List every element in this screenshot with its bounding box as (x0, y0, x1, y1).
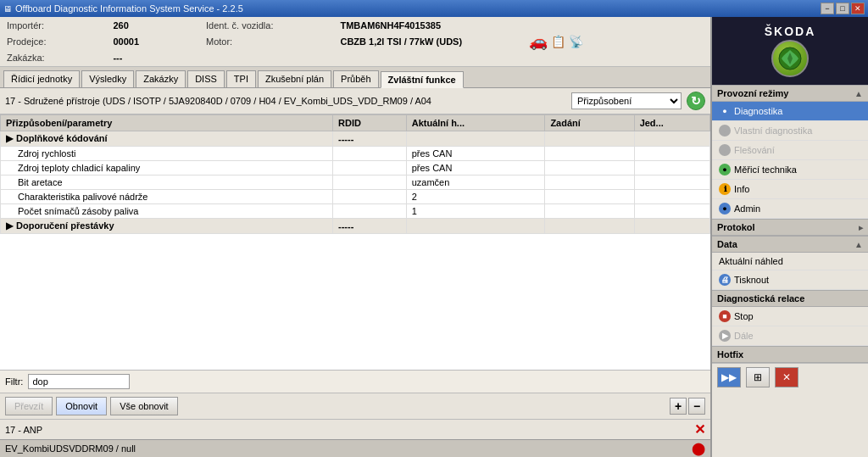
obnovit-button[interactable]: Obnovit (56, 397, 107, 415)
row-name: Zdroj rychlosti (1, 147, 333, 161)
diagnosticka-relace-header: Diagnostická relace (712, 290, 868, 307)
stop-label: Stop (734, 311, 754, 321)
refresh-button[interactable]: ↻ (687, 92, 705, 110)
module-close-icon[interactable]: ✕ (694, 421, 705, 437)
module-info-label: 17 - ANP (5, 425, 42, 435)
stop-item[interactable]: ■ Stop (712, 307, 868, 326)
tisknout-icon: 🖨 (719, 274, 731, 286)
table-header-cell: Přizpůsobení/parametry (1, 115, 333, 131)
row-rdid: ----- (333, 131, 407, 147)
provozni-rezimy-header: Provozní režimy ▲ (712, 85, 868, 102)
row-zadani (545, 190, 634, 204)
filter-bar: Filtr: (0, 370, 710, 393)
row-name: Charakteristika palivové nádrže (1, 190, 333, 204)
maximize-button[interactable]: □ (836, 3, 849, 14)
row-jednotky (634, 219, 709, 234)
data-arrow: ▲ (854, 240, 863, 249)
row-rdid (333, 204, 407, 219)
importer-value: 260 (113, 20, 192, 31)
item-label-diagnostika: Diagnostika (734, 106, 782, 116)
plus-button[interactable]: + (670, 398, 687, 415)
app-title: Offboard Diagnostic Information System S… (15, 3, 243, 14)
filter-label: Filtr: (5, 376, 23, 387)
table-row[interactable]: Bit aretace uzamčen (1, 176, 710, 190)
provozni-item-merici[interactable]: ● Měřicí technika (712, 160, 868, 180)
provozni-rezimy-items: ● Diagnostika ● Vlastní diagnostika ● Fl… (712, 102, 868, 219)
table-row[interactable]: Počet snímačů zásoby paliva 1 (1, 204, 710, 219)
order-label: Zakázka: (7, 53, 99, 63)
tab-tpi[interactable]: TPI (226, 70, 256, 87)
aktualni-nahled-item[interactable]: Aktuální náhled (712, 253, 868, 270)
item-label-flesovani: Flešování (734, 145, 775, 155)
close-button[interactable]: ✕ (851, 3, 865, 14)
table-header-cell: Zadání (545, 115, 634, 131)
tab-vysledky[interactable]: Výsledky (81, 70, 134, 87)
tab-ridici[interactable]: Řídicí jednotky (3, 70, 80, 87)
module-label: 17 - Sdružené přístroje (UDS / ISOTP / 5… (5, 96, 566, 106)
row-actual: uzamčen (406, 176, 545, 190)
tab-bar: Řídicí jednotkyVýsledkyZakázkyDISSTPIZku… (0, 67, 710, 88)
provozni-item-admin[interactable]: ● Admin (712, 199, 868, 219)
engine-value: CBZB 1,2l TSI / 77kW (UDS) (340, 36, 515, 47)
tab-diss[interactable]: DISS (187, 70, 225, 87)
importer-label: Importér: (7, 20, 99, 31)
dale-icon: ▶ (719, 330, 731, 342)
dale-item: ▶ Dále (712, 326, 868, 346)
app-icon: 🖥 (3, 4, 12, 14)
order-value: --- (113, 53, 192, 63)
hotfix-btn-3[interactable]: ✕ (775, 367, 798, 387)
hotfix-btn-1[interactable]: ▶▶ (717, 367, 741, 387)
tab-prubeh[interactable]: Průběh (333, 70, 378, 87)
row-jednotky (634, 204, 709, 219)
tab-zkusebni[interactable]: Zkušební plán (258, 70, 331, 87)
row-rdid: ----- (333, 219, 407, 234)
item-label-vlastni: Vlastní diagnostika (734, 125, 812, 136)
table-row[interactable]: Zdroj teploty chladicí kapaliny přes CAN (1, 161, 710, 176)
item-label-admin: Admin (734, 203, 760, 214)
hotfix-btn-2[interactable]: ⊞ (746, 367, 770, 387)
row-actual: přes CAN (406, 161, 545, 176)
row-rdid (333, 161, 407, 176)
info-bar: Importér: 260 Ident. č. vozidla: TMBAM6N… (0, 17, 710, 67)
row-actual (406, 219, 545, 234)
row-zadani (545, 147, 634, 161)
mode-select[interactable]: PřizpůsobeníDiagnostikaMěření (571, 92, 682, 109)
row-rdid (333, 176, 407, 190)
item-icon-merici: ● (719, 164, 731, 176)
title-bar: 🖥 Offboard Diagnostic Information System… (0, 0, 868, 17)
row-actual: 1 (406, 204, 545, 219)
skoda-logo: ŠKODA (712, 17, 868, 85)
row-name: ▶Doplňkové kódování (1, 131, 333, 147)
row-jednotky (634, 131, 709, 147)
row-name: ▶Doporučení přestávky (1, 219, 333, 234)
status-bar: EV_KombiUDSVDDRM09 / null ⬤ (0, 439, 710, 457)
tisknout-item[interactable]: 🖨 Tisknout (712, 270, 868, 290)
vse-obnovit-button[interactable]: Vše obnovit (110, 397, 177, 415)
filter-input[interactable] (28, 374, 130, 389)
table-row[interactable]: ▶Doplňkové kódování ----- (1, 131, 710, 147)
provozni-arrow: ▲ (854, 89, 863, 98)
skoda-text: ŠKODA (765, 25, 816, 38)
provozni-item-diagnostika[interactable]: ● Diagnostika (712, 102, 868, 121)
provozni-item-info[interactable]: ℹ Info (712, 180, 868, 199)
row-name: Bit aretace (1, 176, 333, 190)
module-bar: 17 - Sdružené přístroje (UDS / ISOTP / 5… (0, 88, 710, 114)
tab-zvlastni[interactable]: Zvláštní funkce (381, 71, 464, 88)
row-jednotky (634, 190, 709, 204)
table-row[interactable]: ▶Doporučení přestávky ----- (1, 219, 710, 234)
row-zadani (545, 219, 634, 234)
tab-zakazky[interactable]: Zakázky (136, 70, 186, 87)
hotfix-header: Hotfix (712, 346, 868, 363)
minimize-button[interactable]: − (821, 3, 834, 14)
minus-button[interactable]: − (688, 398, 705, 415)
stop-icon: ■ (719, 310, 731, 322)
dealer-label: Prodejce: (7, 36, 99, 47)
hotfix-row: ▶▶ ⊞ ✕ (712, 363, 868, 391)
status-error-icon: ⬤ (692, 442, 705, 455)
table-row[interactable]: Zdroj rychlosti přes CAN (1, 147, 710, 161)
table-row[interactable]: Charakteristika palivové nádrže 2 (1, 190, 710, 204)
row-name: Počet snímačů zásoby paliva (1, 204, 333, 219)
tisknout-label: Tisknout (734, 275, 769, 285)
item-icon-info: ℹ (719, 183, 731, 195)
prevzit-button[interactable]: Převzít (5, 397, 53, 415)
